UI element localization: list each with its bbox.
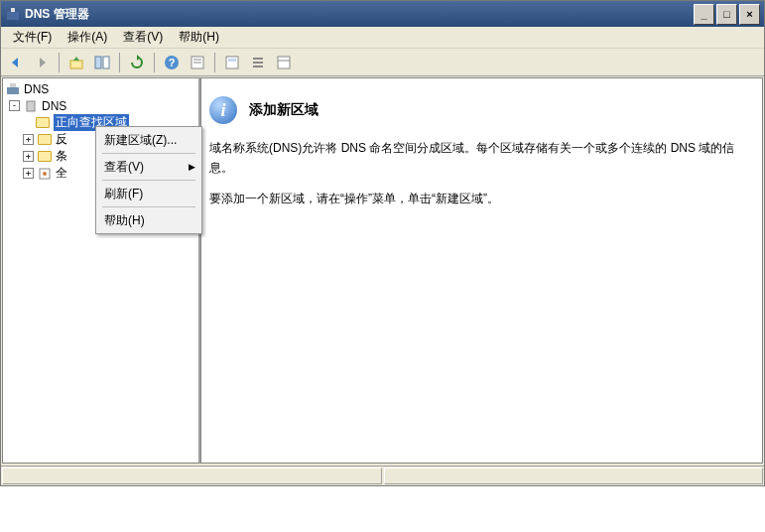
maximize-button[interactable]: □ — [716, 4, 737, 25]
menu-help[interactable]: 帮助(H) — [171, 27, 227, 48]
ctx-label: 查看(V) — [104, 159, 144, 176]
collapse-icon[interactable]: - — [9, 100, 20, 111]
detail-panel: i 添加新区域 域名称系统(DNS)允许将 DNS 命名空间分成区域。每个区域存… — [200, 77, 763, 464]
context-menu: 新建区域(Z)... 查看(V)▶ 刷新(F) 帮助(H) — [95, 126, 202, 234]
tree-item-label: 条 — [56, 148, 67, 165]
toolbar-separator — [154, 53, 155, 72]
menu-action[interactable]: 操作(A) — [60, 27, 115, 48]
svg-rect-0 — [7, 12, 19, 20]
svg-rect-3 — [95, 57, 101, 68]
filter-button[interactable] — [221, 52, 243, 73]
ctx-label: 刷新(F) — [104, 186, 143, 202]
info-icon: i — [209, 96, 237, 124]
svg-rect-4 — [103, 57, 109, 68]
ctx-label: 新建区域(Z)... — [104, 132, 177, 149]
tree-item-label: 全 — [56, 165, 67, 182]
svg-rect-11 — [228, 59, 236, 62]
svg-rect-10 — [226, 57, 238, 68]
tree-item-label: 反 — [56, 131, 67, 148]
ctx-view[interactable]: 查看(V)▶ — [98, 156, 199, 178]
up-button[interactable] — [65, 52, 87, 73]
tree-root-label: DNS — [24, 82, 49, 96]
app-window: DNS 管理器 _ □ × 文件(F) 操作(A) 查看(V) 帮助(H) ? — [0, 0, 765, 486]
app-icon — [5, 6, 21, 22]
expand-icon[interactable]: + — [23, 168, 34, 179]
svg-rect-19 — [27, 101, 35, 111]
ctx-help[interactable]: 帮助(H) — [98, 209, 199, 231]
server-icon — [23, 99, 39, 113]
detail-body: 域名称系统(DNS)允许将 DNS 命名空间分成区域。每个区域存储有关一个或多个… — [209, 138, 756, 208]
menu-bar: 文件(F) 操作(A) 查看(V) 帮助(H) — [1, 27, 764, 49]
tree-server-label: DNS — [42, 99, 66, 113]
detail-button[interactable] — [273, 52, 295, 73]
toolbar-separator — [214, 53, 215, 72]
status-cell-left — [2, 467, 382, 484]
svg-rect-18 — [10, 83, 16, 87]
list-button[interactable] — [247, 52, 269, 73]
log-icon — [37, 167, 53, 181]
expand-icon[interactable]: + — [23, 151, 34, 162]
ctx-separator — [102, 206, 195, 207]
detail-paragraph-2: 要添加一个新区域，请在“操作”菜单，单击“新建区域”。 — [209, 189, 756, 208]
folder-icon — [37, 133, 53, 147]
help-button[interactable]: ? — [161, 52, 183, 73]
show-hide-tree-button[interactable] — [91, 52, 113, 73]
refresh-button[interactable] — [126, 52, 148, 73]
svg-rect-15 — [278, 57, 290, 68]
svg-text:?: ? — [169, 57, 176, 68]
ctx-refresh[interactable]: 刷新(F) — [98, 183, 199, 204]
back-button[interactable] — [5, 52, 27, 73]
close-button[interactable]: × — [739, 4, 760, 25]
status-bar — [1, 466, 764, 485]
svg-point-21 — [43, 172, 47, 176]
folder-icon — [35, 116, 51, 130]
window-controls: _ □ × — [692, 4, 760, 25]
dns-root-icon — [5, 82, 21, 96]
tree-server[interactable]: - DNS — [5, 97, 196, 114]
toolbar-separator — [119, 53, 120, 72]
title-bar: DNS 管理器 _ □ × — [1, 1, 764, 27]
window-title: DNS 管理器 — [25, 6, 692, 23]
menu-file[interactable]: 文件(F) — [5, 27, 60, 48]
minimize-button[interactable]: _ — [694, 4, 714, 25]
status-cell-right — [384, 467, 764, 484]
ctx-separator — [102, 153, 195, 154]
svg-rect-1 — [11, 8, 15, 12]
folder-icon — [37, 150, 53, 164]
submenu-arrow-icon: ▶ — [189, 162, 195, 172]
svg-rect-17 — [7, 87, 19, 94]
ctx-label: 帮助(H) — [104, 212, 145, 229]
properties-button[interactable] — [187, 52, 208, 73]
ctx-new-zone[interactable]: 新建区域(Z)... — [98, 129, 199, 151]
detail-paragraph-1: 域名称系统(DNS)允许将 DNS 命名空间分成区域。每个区域存储有关一个或多个… — [209, 138, 756, 179]
forward-button[interactable] — [31, 52, 53, 73]
ctx-separator — [102, 180, 195, 181]
menu-view[interactable]: 查看(V) — [115, 27, 171, 48]
toolbar-separator — [59, 53, 60, 72]
expand-icon[interactable]: + — [23, 134, 34, 145]
detail-title: 添加新区域 — [249, 101, 319, 119]
svg-rect-2 — [70, 61, 82, 68]
detail-header: i 添加新区域 — [209, 96, 756, 124]
tree-root[interactable]: DNS — [5, 80, 196, 97]
toolbar: ? — [1, 49, 764, 76]
